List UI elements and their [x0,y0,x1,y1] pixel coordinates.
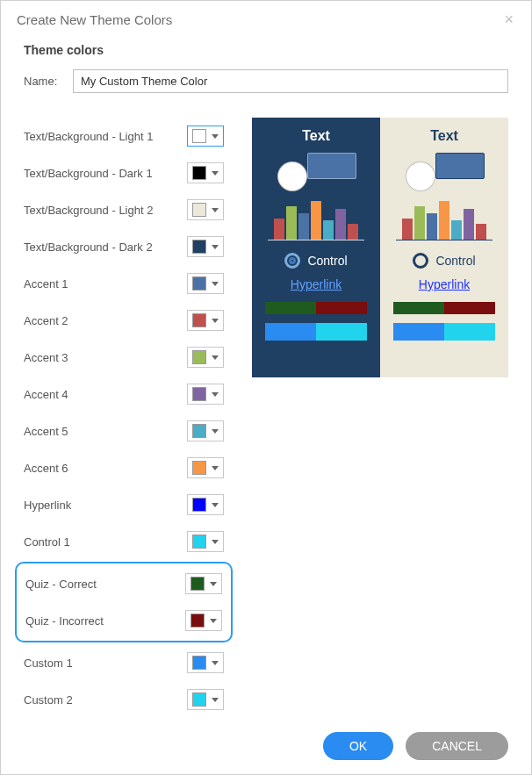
dialog-title: Create New Theme Colors [17,12,172,27]
color-swatch-button[interactable] [187,236,224,257]
color-label: Control 1 [24,535,70,549]
color-swatch [192,129,206,143]
color-swatch-button[interactable] [187,420,224,441]
chevron-down-icon [212,540,219,544]
color-swatch-button[interactable] [187,273,224,294]
chevron-down-icon [210,582,217,586]
color-swatch [192,461,206,475]
color-row: Accent 1 [24,265,224,302]
color-row: Accent 2 [24,302,224,339]
color-label: Accent 5 [24,425,68,438]
ok-button[interactable]: OK [323,732,393,760]
chevron-down-icon [212,698,219,702]
preview-hyperlink: Hyperlink [291,277,341,291]
chevron-down-icon [212,245,219,249]
color-swatch-button[interactable] [187,494,224,515]
preview-title: Text [430,128,458,144]
color-label: Accent 1 [24,277,68,291]
preview-shapes [400,151,488,190]
color-swatch-button[interactable] [187,652,224,673]
color-row: Text/Background - Light 2 [24,191,224,228]
chevron-down-icon [212,661,219,665]
color-swatch [192,424,206,438]
preview-control-row: Control [284,253,347,269]
color-label: Quiz - Correct [25,578,97,591]
color-swatch-button[interactable] [187,384,224,405]
close-icon[interactable]: × [499,10,519,29]
color-label: Custom 2 [24,693,73,707]
color-row: Custom 1 [24,644,224,681]
preview-quiz-strip [265,302,367,314]
color-row: Accent 5 [24,413,224,449]
color-swatch [192,240,206,254]
color-swatch-button[interactable] [187,162,224,183]
quiz-highlight-box: Quiz - CorrectQuiz - Incorrect [15,562,233,642]
color-label: Text/Background - Light 1 [24,130,153,143]
chevron-down-icon [210,619,217,623]
color-label: Accent 3 [24,351,68,364]
color-row: Hyperlink [24,486,224,523]
color-label: Accent 6 [24,462,68,475]
color-swatch-button[interactable] [187,126,224,147]
color-swatch-button[interactable] [187,457,224,478]
preview-control-label: Control [435,254,475,268]
preview-custom-strip [393,323,495,341]
color-row: Text/Background - Dark 1 [24,154,224,191]
chevron-down-icon [212,392,219,397]
color-row: Accent 4 [24,376,224,413]
chevron-down-icon [212,282,219,286]
radio-icon [284,253,300,269]
theme-name-input[interactable] [73,69,508,93]
name-label: Name: [24,75,62,88]
color-row: Custom 2 [24,681,224,718]
preview-title: Text [302,128,330,144]
color-label: Accent 4 [24,388,68,401]
chevron-down-icon [212,466,219,470]
color-swatch [191,577,205,591]
color-row: Quiz - Incorrect [25,602,222,639]
theme-preview: Text Control Hyperlink Text [252,118,508,377]
color-row: Text/Background - Dark 2 [24,228,224,265]
preview-quiz-strip [393,302,495,314]
chevron-down-icon [212,319,219,323]
color-swatch [192,656,206,670]
color-swatch-button[interactable] [187,310,224,331]
color-swatch [191,614,205,628]
chevron-down-icon [212,503,219,507]
color-row: Control 1 [24,523,224,560]
color-picker-list: Text/Background - Light 1Text/Background… [24,118,224,718]
chevron-down-icon [212,134,219,139]
color-row: Quiz - Correct [25,565,222,602]
color-label: Quiz - Incorrect [25,614,104,628]
preview-light: Text Control Hyperlink [380,118,508,377]
color-row: Accent 3 [24,339,224,376]
color-swatch-button[interactable] [187,347,224,368]
preview-bar-chart [396,200,492,240]
chevron-down-icon [212,171,219,176]
preview-bar-chart [268,200,364,240]
color-swatch [192,166,206,180]
color-label: Text/Background - Dark 1 [24,167,153,180]
color-swatch [192,387,206,401]
preview-hyperlink: Hyperlink [419,277,470,291]
color-label: Hyperlink [24,499,71,512]
color-swatch-button[interactable] [185,610,222,631]
color-label: Text/Background - Dark 2 [24,240,153,254]
color-label: Accent 2 [24,314,68,327]
cancel-button[interactable]: CANCEL [406,732,508,760]
chevron-down-icon [212,429,219,434]
preview-control-row: Control [413,253,475,269]
color-swatch [192,692,206,707]
color-swatch-button[interactable] [185,573,222,594]
color-swatch-button[interactable] [187,199,224,220]
color-row: Text/Background - Light 1 [24,118,224,154]
color-swatch-button[interactable] [187,531,224,552]
color-row: Accent 6 [24,449,224,486]
color-swatch-button[interactable] [187,689,224,710]
color-label: Text/Background - Light 2 [24,204,153,217]
chevron-down-icon [212,355,219,360]
color-label: Custom 1 [24,657,73,670]
color-swatch [192,350,206,364]
color-swatch [192,276,206,291]
color-swatch [192,203,206,217]
